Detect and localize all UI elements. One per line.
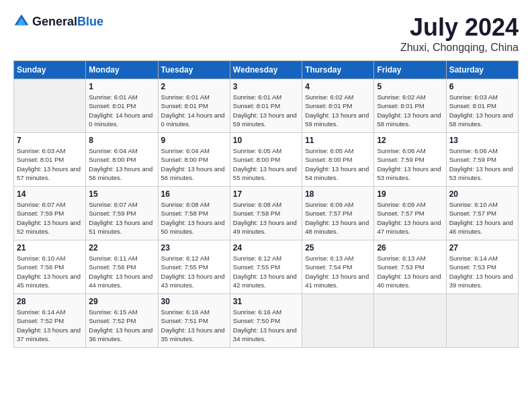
day-number: 24	[233, 243, 299, 253]
day-info: Sunrise: 6:09 AMSunset: 7:57 PMDaylight:…	[305, 200, 371, 236]
calendar-cell	[374, 294, 446, 348]
logo-icon	[13, 13, 30, 30]
calendar-cell: 30Sunrise: 6:16 AMSunset: 7:51 PMDayligh…	[158, 294, 230, 348]
day-info: Sunrise: 6:13 AMSunset: 7:53 PMDaylight:…	[377, 254, 443, 289]
day-number: 10	[233, 136, 299, 145]
calendar-week-row: 28Sunrise: 6:14 AMSunset: 7:52 PMDayligh…	[14, 294, 519, 348]
header-sunday: Sunday	[14, 61, 86, 79]
calendar-cell: 19Sunrise: 6:09 AMSunset: 7:57 PMDayligh…	[374, 187, 446, 240]
logo: GeneralBlue	[13, 13, 103, 30]
header-tuesday: Tuesday	[158, 61, 230, 79]
day-info: Sunrise: 6:02 AMSunset: 8:01 PMDaylight:…	[305, 93, 371, 128]
day-info: Sunrise: 6:09 AMSunset: 7:57 PMDaylight:…	[377, 200, 443, 236]
day-info: Sunrise: 6:10 AMSunset: 7:57 PMDaylight:…	[449, 200, 515, 236]
header-monday: Monday	[86, 61, 158, 79]
day-number: 14	[17, 189, 83, 199]
calendar-week-row: 21Sunrise: 6:10 AMSunset: 7:56 PMDayligh…	[14, 240, 519, 294]
day-info: Sunrise: 6:08 AMSunset: 7:58 PMDaylight:…	[233, 200, 299, 236]
calendar-cell: 9Sunrise: 6:04 AMSunset: 8:00 PMDaylight…	[158, 133, 230, 187]
calendar-cell: 13Sunrise: 6:06 AMSunset: 7:59 PMDayligh…	[446, 133, 518, 187]
calendar-cell: 31Sunrise: 6:16 AMSunset: 7:50 PMDayligh…	[230, 294, 302, 348]
day-number: 3	[233, 82, 299, 91]
calendar-cell	[14, 79, 86, 133]
month-year-title: July 2024	[400, 13, 519, 42]
day-info: Sunrise: 6:03 AMSunset: 8:01 PMDaylight:…	[449, 93, 515, 128]
day-number: 7	[17, 136, 83, 145]
day-number: 9	[161, 136, 227, 145]
header-friday: Friday	[374, 61, 446, 79]
calendar-cell: 17Sunrise: 6:08 AMSunset: 7:58 PMDayligh…	[230, 187, 302, 240]
header-saturday: Saturday	[446, 61, 518, 79]
calendar-cell: 8Sunrise: 6:04 AMSunset: 8:00 PMDaylight…	[86, 133, 158, 187]
day-info: Sunrise: 6:04 AMSunset: 8:00 PMDaylight:…	[161, 146, 227, 182]
day-number: 30	[161, 297, 227, 306]
calendar-cell	[302, 294, 374, 348]
day-number: 5	[377, 82, 443, 91]
day-number: 19	[377, 189, 443, 199]
day-number: 17	[233, 189, 299, 199]
calendar-cell: 3Sunrise: 6:01 AMSunset: 8:01 PMDaylight…	[230, 79, 302, 133]
day-number: 26	[377, 243, 443, 253]
calendar-cell: 25Sunrise: 6:13 AMSunset: 7:54 PMDayligh…	[302, 240, 374, 294]
logo-text-general: General	[32, 15, 77, 28]
calendar-cell: 24Sunrise: 6:12 AMSunset: 7:55 PMDayligh…	[230, 240, 302, 294]
day-info: Sunrise: 6:02 AMSunset: 8:01 PMDaylight:…	[377, 93, 443, 128]
calendar-cell: 23Sunrise: 6:12 AMSunset: 7:55 PMDayligh…	[158, 240, 230, 294]
day-number: 27	[449, 243, 515, 253]
day-info: Sunrise: 6:11 AMSunset: 7:56 PMDaylight:…	[89, 254, 154, 289]
day-info: Sunrise: 6:06 AMSunset: 7:59 PMDaylight:…	[377, 146, 443, 182]
day-number: 4	[305, 82, 371, 91]
day-info: Sunrise: 6:16 AMSunset: 7:51 PMDaylight:…	[161, 308, 227, 343]
calendar-cell: 16Sunrise: 6:08 AMSunset: 7:58 PMDayligh…	[158, 187, 230, 240]
day-info: Sunrise: 6:01 AMSunset: 8:01 PMDaylight:…	[89, 93, 154, 128]
calendar-cell: 2Sunrise: 6:01 AMSunset: 8:01 PMDaylight…	[158, 79, 230, 133]
calendar-cell: 20Sunrise: 6:10 AMSunset: 7:57 PMDayligh…	[446, 187, 518, 240]
day-number: 12	[377, 136, 443, 145]
day-info: Sunrise: 6:14 AMSunset: 7:52 PMDaylight:…	[17, 308, 83, 343]
location-title: Zhuxi, Chongqing, China	[400, 42, 519, 54]
day-number: 29	[89, 297, 154, 306]
day-info: Sunrise: 6:15 AMSunset: 7:52 PMDaylight:…	[89, 308, 154, 343]
calendar-table: SundayMondayTuesdayWednesdayThursdayFrid…	[13, 60, 519, 348]
calendar-cell: 22Sunrise: 6:11 AMSunset: 7:56 PMDayligh…	[86, 240, 158, 294]
calendar-cell: 7Sunrise: 6:03 AMSunset: 8:01 PMDaylight…	[14, 133, 86, 187]
calendar-cell: 21Sunrise: 6:10 AMSunset: 7:56 PMDayligh…	[14, 240, 86, 294]
day-number: 13	[449, 136, 515, 145]
day-info: Sunrise: 6:07 AMSunset: 7:59 PMDaylight:…	[17, 200, 83, 236]
logo-text-blue: Blue	[77, 15, 103, 28]
day-info: Sunrise: 6:05 AMSunset: 8:00 PMDaylight:…	[305, 146, 371, 182]
calendar-week-row: 14Sunrise: 6:07 AMSunset: 7:59 PMDayligh…	[14, 187, 519, 240]
calendar-cell: 1Sunrise: 6:01 AMSunset: 8:01 PMDaylight…	[86, 79, 158, 133]
day-number: 15	[89, 189, 154, 199]
calendar-cell: 15Sunrise: 6:07 AMSunset: 7:59 PMDayligh…	[86, 187, 158, 240]
day-info: Sunrise: 6:04 AMSunset: 8:00 PMDaylight:…	[89, 146, 154, 182]
day-info: Sunrise: 6:14 AMSunset: 7:53 PMDaylight:…	[449, 254, 515, 289]
day-info: Sunrise: 6:07 AMSunset: 7:59 PMDaylight:…	[89, 200, 154, 236]
page-header: GeneralBlue July 2024 Zhuxi, Chongqing, …	[13, 13, 519, 54]
calendar-cell	[446, 294, 518, 348]
day-number: 23	[161, 243, 227, 253]
calendar-week-row: 7Sunrise: 6:03 AMSunset: 8:01 PMDaylight…	[14, 133, 519, 187]
day-number: 8	[89, 136, 154, 145]
day-number: 16	[161, 189, 227, 199]
calendar-cell: 27Sunrise: 6:14 AMSunset: 7:53 PMDayligh…	[446, 240, 518, 294]
day-info: Sunrise: 6:13 AMSunset: 7:54 PMDaylight:…	[305, 254, 371, 289]
day-info: Sunrise: 6:01 AMSunset: 8:01 PMDaylight:…	[233, 93, 299, 128]
calendar-cell: 6Sunrise: 6:03 AMSunset: 8:01 PMDaylight…	[446, 79, 518, 133]
calendar-header-row: SundayMondayTuesdayWednesdayThursdayFrid…	[14, 61, 519, 79]
calendar-cell: 26Sunrise: 6:13 AMSunset: 7:53 PMDayligh…	[374, 240, 446, 294]
day-info: Sunrise: 6:01 AMSunset: 8:01 PMDaylight:…	[161, 93, 227, 128]
day-number: 20	[449, 189, 515, 199]
calendar-cell: 12Sunrise: 6:06 AMSunset: 7:59 PMDayligh…	[374, 133, 446, 187]
day-number: 28	[17, 297, 83, 306]
calendar-cell: 4Sunrise: 6:02 AMSunset: 8:01 PMDaylight…	[302, 79, 374, 133]
day-number: 31	[233, 297, 299, 306]
title-block: July 2024 Zhuxi, Chongqing, China	[400, 13, 519, 54]
day-number: 1	[89, 82, 154, 91]
day-number: 25	[305, 243, 371, 253]
day-info: Sunrise: 6:10 AMSunset: 7:56 PMDaylight:…	[17, 254, 83, 289]
day-number: 2	[161, 82, 227, 91]
calendar-week-row: 1Sunrise: 6:01 AMSunset: 8:01 PMDaylight…	[14, 79, 519, 133]
calendar-cell: 5Sunrise: 6:02 AMSunset: 8:01 PMDaylight…	[374, 79, 446, 133]
day-number: 6	[449, 82, 515, 91]
